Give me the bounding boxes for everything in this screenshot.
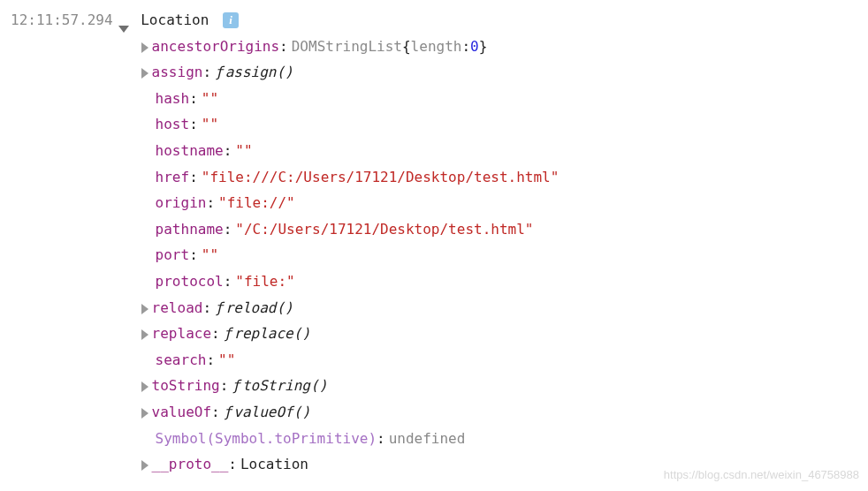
property-key: __proto__ [152, 451, 229, 478]
property-row: Symbol(Symbol.toPrimitive): undefined [141, 426, 857, 452]
colon: : [189, 111, 198, 138]
object-root[interactable]: Location i ancestorOrigins: DOMStringLis… [118, 7, 857, 478]
property-value: "file://" [218, 190, 295, 216]
property-row[interactable]: reload: ƒ reload() [141, 295, 857, 321]
chevron-right-icon[interactable] [141, 460, 148, 471]
property-value: Location [240, 451, 308, 478]
chevron-right-icon[interactable] [141, 408, 148, 419]
property-list: ancestorOrigins: DOMStringList {length: … [141, 34, 857, 478]
colon: : [206, 347, 215, 374]
property-key: search [156, 347, 207, 374]
info-icon[interactable]: i [223, 12, 239, 28]
chevron-right-icon[interactable] [141, 42, 148, 53]
function-icon: ƒ [224, 399, 232, 426]
colon: : [224, 216, 232, 243]
property-row: pathname: "/C:/Users/17121/Desktop/test.… [141, 216, 857, 243]
property-row: hash: "" [141, 86, 857, 112]
brace-close: } [479, 34, 488, 60]
expand-toggle-icon[interactable] [118, 26, 129, 33]
colon: : [206, 190, 215, 216]
property-value: replace() [233, 321, 310, 347]
colon: : [202, 295, 211, 321]
colon: : [189, 242, 198, 268]
property-row: port: "" [141, 242, 857, 268]
arrow-spacer [141, 120, 152, 129]
function-icon: ƒ [215, 59, 224, 86]
property-row: hostname: "" [141, 138, 857, 164]
property-row: protocol: "file:" [141, 268, 857, 295]
property-key: toString [152, 373, 220, 399]
property-row[interactable]: valueOf: ƒ valueOf() [141, 399, 857, 426]
property-value: toString() [242, 373, 327, 399]
colon: : [377, 426, 385, 452]
property-row: host: "" [141, 111, 857, 138]
property-key: valueOf [152, 399, 211, 426]
property-key: hash [156, 86, 190, 112]
property-value: "" [218, 347, 235, 374]
property-value: "" [235, 138, 252, 164]
arrow-spacer [141, 434, 152, 443]
brace-open: { [402, 34, 411, 60]
chevron-right-icon[interactable] [141, 329, 148, 340]
colon: : [211, 399, 220, 426]
timestamp: 12:11:57.294 [11, 7, 113, 34]
property-key: replace [152, 321, 211, 347]
property-row: href: "file:///C:/Users/17121/Desktop/te… [141, 164, 857, 191]
property-row[interactable]: __proto__: Location [141, 451, 857, 478]
chevron-right-icon[interactable] [141, 381, 148, 392]
property-key: Symbol(Symbol.toPrimitive) [156, 426, 377, 452]
colon: : [211, 321, 220, 347]
colon: : [279, 34, 288, 60]
colon: : [189, 86, 198, 112]
property-value: "file:///C:/Users/17121/Desktop/test.htm… [202, 164, 560, 191]
inner-key: length [411, 34, 462, 60]
property-key: hostname [156, 138, 224, 164]
arrow-spacer [141, 147, 152, 155]
property-value: "" [202, 86, 218, 112]
property-row[interactable]: ancestorOrigins: DOMStringList {length: … [141, 34, 857, 60]
colon: : [202, 59, 211, 86]
property-key: pathname [156, 216, 224, 243]
property-key: href [156, 164, 190, 191]
type-name: DOMStringList [292, 34, 402, 60]
arrow-spacer [141, 225, 152, 234]
property-value: undefined [389, 426, 466, 452]
property-key: host [156, 111, 190, 138]
console-log-entry: 12:11:57.294 Location i ancestorOrigins:… [11, 7, 857, 478]
colon: : [220, 373, 229, 399]
object-name: Location [141, 11, 209, 28]
property-value: reload() [225, 295, 293, 321]
property-value: "" [202, 111, 218, 138]
chevron-right-icon[interactable] [141, 304, 148, 314]
function-icon: ƒ [215, 295, 224, 321]
property-key: origin [156, 190, 207, 216]
inner-value: 0 [470, 34, 479, 60]
property-row: origin: "file://" [141, 190, 857, 216]
function-icon: ƒ [224, 321, 232, 347]
arrow-spacer [141, 277, 152, 286]
property-value: "/C:/Users/17121/Desktop/test.html" [235, 216, 533, 243]
arrow-spacer [141, 94, 152, 103]
arrow-spacer [141, 251, 152, 260]
colon: : [224, 138, 232, 164]
property-row: search: "" [141, 347, 857, 374]
property-key: reload [152, 295, 203, 321]
property-row[interactable]: assign: ƒ assign() [141, 59, 857, 86]
function-icon: ƒ [232, 373, 240, 399]
colon: : [224, 268, 232, 295]
property-value: "" [202, 242, 218, 268]
property-value: valueOf() [233, 399, 310, 426]
arrow-spacer [141, 356, 152, 365]
property-row[interactable]: replace: ƒ replace() [141, 321, 857, 347]
property-value: "file:" [235, 268, 294, 295]
arrow-spacer [141, 173, 152, 182]
property-key: protocol [156, 268, 224, 295]
arrow-spacer [141, 199, 152, 208]
property-key: ancestorOrigins [152, 34, 280, 60]
property-key: assign [152, 59, 203, 86]
property-row[interactable]: toString: ƒ toString() [141, 373, 857, 399]
colon: : [228, 451, 237, 478]
property-key: port [156, 242, 190, 268]
chevron-right-icon[interactable] [141, 68, 148, 79]
colon: : [189, 164, 198, 191]
